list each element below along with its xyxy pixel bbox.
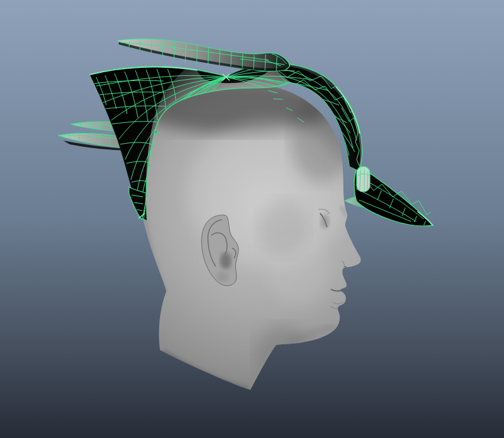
viewport-window: { "viewport": { "kind": "3d-perspective-… (0, 0, 504, 438)
ear-concha-shade (220, 253, 231, 269)
temple-shade (258, 199, 309, 256)
eye-socket-shade (321, 215, 329, 228)
viewport-canvas[interactable] (0, 0, 504, 438)
ear-lobe-shade (216, 272, 229, 282)
